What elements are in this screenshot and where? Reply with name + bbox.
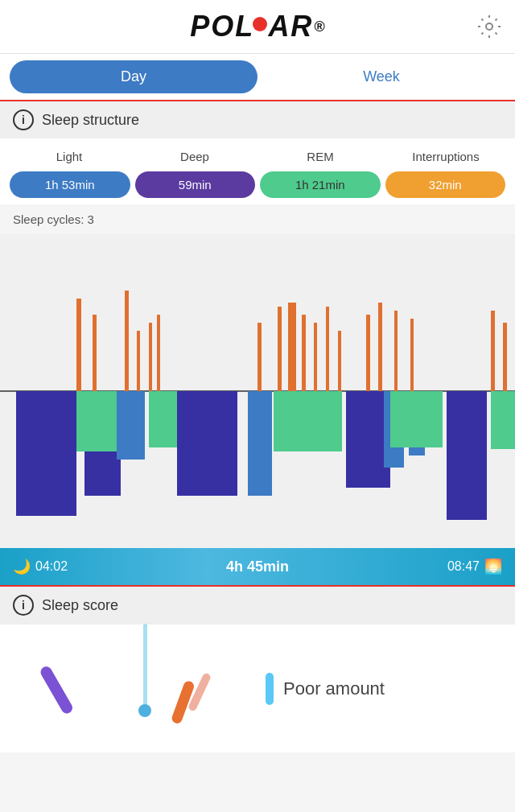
stats-labels: Light Deep REM Interruptions [6,150,509,163]
sleep-structure-header: i Sleep structure [0,100,515,138]
sleep-structure-title: Sleep structure [42,112,139,129]
logo-dot [253,17,267,31]
svg-rect-9 [258,323,262,391]
score-visual [13,641,249,736]
svg-rect-10 [278,307,282,391]
moon-icon: 🌙 [13,558,31,575]
label-light: Light [6,150,132,163]
svg-rect-31 [76,391,117,451]
svg-point-38 [138,704,151,717]
sunrise-icon: 🌅 [484,558,502,575]
tab-bar: Day Week [0,54,515,100]
sleep-cycles: Sleep cycles: 3 [0,204,515,234]
svg-rect-34 [390,391,443,447]
info-icon[interactable]: i [13,109,34,130]
svg-rect-8 [157,315,160,391]
svg-rect-24 [177,391,237,496]
svg-rect-28 [248,391,272,496]
sleep-chart [0,234,515,548]
svg-rect-33 [274,391,342,451]
badge-light: 1h 53min [10,171,130,198]
svg-rect-4 [93,315,97,391]
svg-rect-20 [491,311,495,391]
sleep-stats: Light Deep REM Interruptions 1h 53min 59… [0,138,515,204]
polar-logo: POLAR® [190,10,324,43]
tab-day[interactable]: Day [10,60,258,93]
svg-rect-26 [447,391,487,520]
poor-indicator [266,673,274,705]
stats-values: 1h 53min 59min 1h 21min 32min [6,171,509,198]
badge-interruptions: 32min [385,171,506,198]
svg-rect-32 [149,391,177,447]
svg-rect-21 [503,323,507,391]
chart-area [0,234,515,548]
svg-rect-17 [378,303,382,391]
svg-point-0 [486,23,492,30]
svg-rect-14 [326,307,329,391]
svg-rect-7 [149,323,152,391]
logo-text-ar: AR [268,10,313,43]
score-chart [19,608,244,728]
svg-rect-35 [491,391,515,449]
label-deep: Deep [132,150,258,163]
svg-rect-19 [410,319,414,391]
end-time: 08:47 [447,559,480,574]
tab-week[interactable]: Week [258,60,505,93]
timeline-bar: 🌙 04:02 4h 45min 08:47 🌅 [0,548,515,585]
svg-rect-12 [302,315,306,391]
svg-rect-15 [338,331,341,391]
label-interruptions: Interruptions [383,150,509,163]
svg-rect-16 [366,315,370,391]
svg-rect-5 [125,291,129,391]
svg-rect-27 [117,391,145,460]
svg-rect-13 [314,323,317,391]
svg-rect-11 [288,303,296,391]
svg-rect-37 [143,624,147,712]
svg-rect-6 [137,331,140,391]
poor-amount-section: Poor amount [0,624,515,752]
start-time: 04:02 [35,559,68,574]
svg-rect-18 [394,311,398,391]
poor-amount-text: Poor amount [283,678,385,699]
label-rem: REM [258,150,383,163]
logo-text-polar: POL [190,10,254,43]
svg-rect-3 [76,299,81,391]
timeline-duration: 4h 45min [226,559,289,575]
logo-registered: ® [314,19,324,35]
svg-rect-36 [39,665,75,715]
svg-rect-22 [16,391,76,516]
badge-rem: 1h 21min [260,171,381,198]
timeline-end: 08:47 🌅 [447,558,502,575]
svg-rect-25 [346,391,390,488]
settings-icon[interactable] [476,14,502,39]
poor-amount-label: Poor amount [249,641,502,736]
timeline-start: 🌙 04:02 [13,558,68,575]
header: POLAR® [0,0,515,54]
badge-deep: 59min [135,171,256,198]
